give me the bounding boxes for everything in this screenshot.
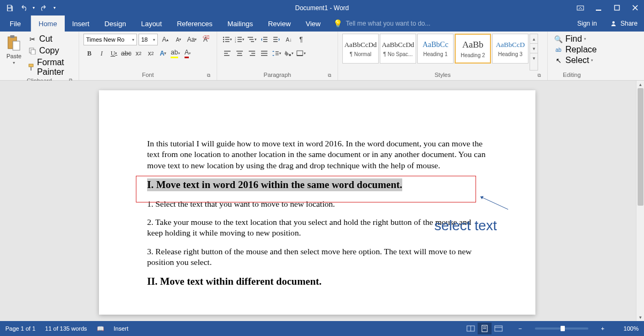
clear-formatting-button[interactable]: A⌫ xyxy=(200,34,211,45)
document-page[interactable]: In this tutorial I will guide how to mov… xyxy=(99,90,535,315)
zoom-in-button[interactable]: + xyxy=(598,325,608,332)
align-left-button[interactable] xyxy=(221,48,233,59)
qat-custom-dropdown[interactable]: ▾ xyxy=(51,2,58,14)
font-launcher[interactable]: ⧉ xyxy=(205,72,212,79)
italic-button[interactable]: I xyxy=(96,48,108,59)
status-mode[interactable]: Insert xyxy=(114,325,129,332)
borders-button[interactable]: ▾ xyxy=(295,48,307,59)
style-normal[interactable]: AaBbCcDd¶ Normal xyxy=(342,34,379,64)
strikethrough-button[interactable]: abc xyxy=(120,48,132,59)
shrink-font-button[interactable]: A▾ xyxy=(173,34,185,45)
svg-rect-35 xyxy=(224,53,228,54)
grow-font-button[interactable]: A▴ xyxy=(159,34,171,45)
share-button[interactable]: Share xyxy=(603,15,644,32)
svg-rect-3 xyxy=(596,10,601,11)
style-heading-3[interactable]: AaBbCcDHeading 3 xyxy=(492,34,528,64)
increase-indent-button[interactable] xyxy=(271,34,282,45)
show-marks-button[interactable]: ¶ xyxy=(295,34,307,45)
doc-paragraph-intro[interactable]: In this tutorial I will guide how to mov… xyxy=(147,138,487,171)
tab-references[interactable]: References xyxy=(170,15,220,32)
styles-launcher[interactable]: ⧉ xyxy=(535,72,543,79)
justify-button[interactable] xyxy=(258,48,270,59)
status-proofing-icon[interactable]: 📖 xyxy=(97,325,104,332)
cut-button[interactable]: ✂Cut xyxy=(26,34,74,44)
copy-button[interactable]: Copy xyxy=(26,45,74,56)
copy-icon xyxy=(27,46,37,56)
select-button[interactable]: ↖Select▾ xyxy=(552,55,595,66)
bullets-button[interactable]: ▾ xyxy=(221,34,233,45)
superscript-button[interactable]: x2 xyxy=(145,48,157,59)
text-effects-button[interactable]: A▾ xyxy=(157,48,169,59)
sort-button[interactable]: A↓ xyxy=(283,34,295,45)
style-heading-2[interactable]: AaBbHeading 2 xyxy=(455,34,491,64)
save-button[interactable] xyxy=(3,2,16,14)
format-painter-button[interactable]: Format Painter xyxy=(26,57,74,77)
svg-rect-14 xyxy=(225,37,229,38)
tab-review[interactable]: Review xyxy=(260,15,298,32)
tab-layout[interactable]: Layout xyxy=(134,15,170,32)
minimize-button[interactable] xyxy=(589,0,608,15)
scissors-icon: ✂ xyxy=(27,34,37,44)
scroll-thumb[interactable] xyxy=(638,88,643,206)
font-size-combo[interactable]: 18▾ xyxy=(139,34,158,45)
maximize-button[interactable] xyxy=(608,0,626,15)
ribbon-options-button[interactable] xyxy=(571,0,589,15)
line-spacing-button[interactable]: ▾ xyxy=(271,48,282,59)
font-name-combo[interactable]: Times New Ro▾ xyxy=(83,34,137,45)
doc-heading-2[interactable]: II. Move text within different document. xyxy=(147,275,487,288)
bold-button[interactable]: B xyxy=(83,48,95,59)
tab-design[interactable]: Design xyxy=(97,15,133,32)
close-button[interactable] xyxy=(626,0,644,15)
view-web-layout[interactable] xyxy=(492,323,505,334)
highlight-color-button[interactable]: ab▾ xyxy=(170,48,181,59)
view-read-mode[interactable] xyxy=(464,323,478,334)
view-print-layout[interactable] xyxy=(478,323,492,334)
svg-rect-50 xyxy=(297,51,303,56)
document-area[interactable]: In this tutorial I will guide how to mov… xyxy=(0,81,636,321)
tab-insert[interactable]: Insert xyxy=(65,15,97,32)
svg-rect-34 xyxy=(224,51,231,52)
svg-rect-7 xyxy=(10,35,14,38)
underline-button[interactable]: U▾ xyxy=(108,48,120,59)
search-icon: 🔍 xyxy=(554,34,563,44)
change-case-button[interactable]: Aa▾ xyxy=(186,34,198,45)
paragraph-launcher[interactable]: ⧉ xyxy=(326,72,333,79)
align-right-button[interactable] xyxy=(246,48,258,59)
styles-gallery-scroll[interactable]: ▴▾▾ xyxy=(530,34,538,71)
font-color-button[interactable]: A▾ xyxy=(182,48,194,59)
align-center-button[interactable] xyxy=(234,48,246,59)
redo-button[interactable] xyxy=(37,2,50,14)
sign-in-button[interactable]: Sign in xyxy=(571,15,603,32)
numbering-button[interactable]: 123▾ xyxy=(234,34,246,45)
find-button[interactable]: 🔍Find▾ xyxy=(552,34,588,44)
svg-rect-38 xyxy=(237,53,242,54)
undo-button[interactable] xyxy=(17,2,30,14)
undo-dropdown[interactable]: ▾ xyxy=(31,2,36,14)
status-words[interactable]: 11 of 135 words xyxy=(45,325,87,332)
subscript-button[interactable]: x2 xyxy=(133,48,144,59)
style-no-spacing[interactable]: AaBbCcDd¶ No Spac... xyxy=(380,34,416,64)
window-title: Document1 - Word xyxy=(295,4,349,12)
zoom-level[interactable]: 100% xyxy=(617,325,639,332)
paste-button[interactable]: Paste ▾ xyxy=(4,34,24,66)
replace-button[interactable]: abReplace xyxy=(552,44,599,55)
shading-button[interactable]: ▾ xyxy=(283,48,295,59)
scroll-down-arrow[interactable]: ▾ xyxy=(637,314,644,321)
tab-file[interactable]: File xyxy=(0,15,31,32)
multilevel-list-button[interactable]: ▾ xyxy=(246,34,258,45)
svg-point-13 xyxy=(223,37,224,38)
paragraph-group-label: Paragraph xyxy=(264,72,291,78)
style-heading-1[interactable]: AaBbCcHeading 1 xyxy=(417,34,454,64)
doc-step-3[interactable]: 3. Release right button of the mouse and… xyxy=(147,246,487,268)
scroll-up-arrow[interactable]: ▴ xyxy=(637,81,644,88)
decrease-indent-button[interactable] xyxy=(258,34,270,45)
zoom-out-button[interactable]: − xyxy=(515,325,525,332)
tab-mailings[interactable]: Mailings xyxy=(220,15,260,32)
tab-home[interactable]: Home xyxy=(31,15,65,32)
vertical-scrollbar[interactable]: ▴ ▾ xyxy=(636,81,644,321)
status-page[interactable]: Page 1 of 1 xyxy=(5,325,35,332)
tab-view[interactable]: View xyxy=(298,15,328,32)
tell-me-search[interactable]: 💡Tell me what you want to do... xyxy=(328,15,435,32)
svg-point-17 xyxy=(223,41,224,42)
zoom-slider[interactable] xyxy=(535,327,588,330)
